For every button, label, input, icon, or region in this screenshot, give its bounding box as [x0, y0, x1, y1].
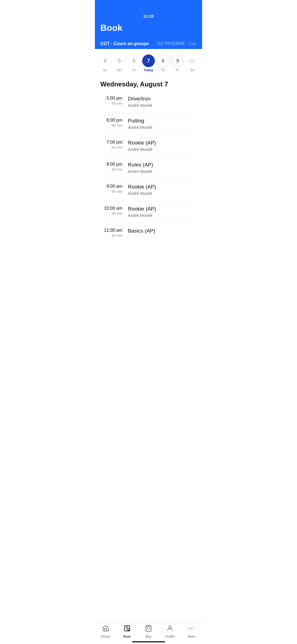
- class-name: Rookie (AP): [128, 184, 197, 190]
- calendar-day-4[interactable]: 4Su: [98, 54, 111, 72]
- schedule-item-1[interactable]: 6:00 pm 60 min Putting André Morelli: [100, 113, 197, 135]
- day-label-8: Th: [161, 68, 165, 72]
- time-display: 11:22: [143, 14, 154, 18]
- day-label-9: Fr: [176, 68, 179, 72]
- time-duration: 60 min: [100, 123, 122, 127]
- schedule-item-5[interactable]: 10:00 am 60 min Rookie (AP) André Morell…: [100, 201, 197, 223]
- schedule-item-3[interactable]: 8:00 pm 60 min Rules (AP) André Morelli: [100, 157, 197, 179]
- class-name: Drive/Iron: [128, 96, 197, 102]
- time-duration: 60 min: [100, 233, 122, 238]
- instructor-name: André Morelli: [128, 147, 197, 152]
- instructor-name: André Morelli: [128, 125, 197, 130]
- day-label-6: Tu: [132, 68, 136, 72]
- class-name: Putting: [128, 118, 197, 124]
- calendar-day-5[interactable]: 5Mo: [113, 54, 126, 72]
- calendar-day-9[interactable]: 9Fr: [171, 54, 184, 72]
- day-label-10: Sa: [190, 68, 194, 72]
- time-main: 7:00 pm: [100, 140, 122, 145]
- time-duration: 60 min: [100, 101, 122, 105]
- class-name: Rookie (AP): [128, 206, 197, 212]
- schedule-time: 7:00 pm 60 min: [100, 140, 122, 149]
- day-label-5: Mo: [117, 68, 122, 72]
- schedule-info: Basics (AP): [128, 228, 197, 235]
- time-duration: 60 min: [100, 145, 122, 149]
- instructor-name: André Morelli: [128, 213, 197, 218]
- time-main: 9:00 am: [100, 184, 122, 189]
- schedule-info: Rookie (AP) André Morelli: [128, 140, 197, 152]
- day-label-4: Su: [103, 68, 107, 72]
- instructor-name: André Morelli: [128, 169, 197, 174]
- tab-gc-payerne[interactable]: GC PAYERNE - Cours: [157, 39, 197, 49]
- schedule-list: 5:00 pm 60 min Drive/Iron André Morelli …: [95, 91, 202, 267]
- class-name: Rookie (AP): [128, 140, 197, 146]
- header: 11:22 Book CGT - Cours en groupe GC PAYE…: [95, 0, 202, 49]
- tab-cgt[interactable]: CGT - Cours en groupe: [100, 39, 149, 49]
- time-main: 5:00 pm: [100, 96, 122, 101]
- calendar-strip: 4Su5Mo6Tu7Today8Th9Fr10Sa: [95, 49, 202, 75]
- schedule-info: Rules (AP) André Morelli: [128, 162, 197, 174]
- schedule-item-0[interactable]: 5:00 pm 60 min Drive/Iron André Morelli: [100, 91, 197, 113]
- schedule-time: 11:00 am 60 min: [100, 228, 122, 238]
- time-duration: 60 min: [100, 189, 122, 193]
- schedule-item-2[interactable]: 7:00 pm 60 min Rookie (AP) André Morelli: [100, 135, 197, 157]
- status-bar: 11:22: [100, 14, 197, 18]
- instructor-name: André Morelli: [128, 103, 197, 108]
- schedule-item-4[interactable]: 9:00 am 60 min Rookie (AP) André Morelli: [100, 179, 197, 201]
- calendar-day-10[interactable]: 10Sa: [186, 54, 198, 72]
- class-name: Basics (AP): [128, 228, 197, 234]
- time-duration: 60 min: [100, 211, 122, 215]
- schedule-time: 5:00 pm 60 min: [100, 96, 122, 105]
- time-main: 8:00 pm: [100, 162, 122, 167]
- class-name: Rules (AP): [128, 162, 197, 168]
- calendar-day-8[interactable]: 8Th: [157, 54, 169, 72]
- schedule-info: Rookie (AP) André Morelli: [128, 206, 197, 218]
- instructor-name: André Morelli: [128, 191, 197, 196]
- page-title: Book: [100, 23, 197, 33]
- time-duration: 60 min: [100, 167, 122, 171]
- schedule-info: Rookie (AP) André Morelli: [128, 184, 197, 196]
- schedule-time: 6:00 pm 60 min: [100, 118, 122, 127]
- schedule-info: Putting André Morelli: [128, 118, 197, 130]
- date-heading: Wednesday, August 7: [95, 75, 202, 91]
- day-label-7: Today: [144, 68, 153, 72]
- header-tabs: CGT - Cours en groupe GC PAYERNE - Cours: [100, 39, 197, 49]
- schedule-info: Drive/Iron André Morelli: [128, 96, 197, 108]
- time-main: 11:00 am: [100, 228, 122, 233]
- time-main: 10:00 am: [100, 206, 122, 211]
- schedule-time: 9:00 am 60 min: [100, 184, 122, 193]
- schedule-item-6[interactable]: 11:00 am 60 min Basics (AP): [100, 223, 197, 242]
- time-main: 6:00 pm: [100, 118, 122, 123]
- schedule-time: 8:00 pm 60 min: [100, 162, 122, 171]
- calendar-day-6[interactable]: 6Tu: [128, 54, 140, 72]
- calendar-day-7[interactable]: 7Today: [142, 54, 155, 72]
- schedule-time: 10:00 am 60 min: [100, 206, 122, 215]
